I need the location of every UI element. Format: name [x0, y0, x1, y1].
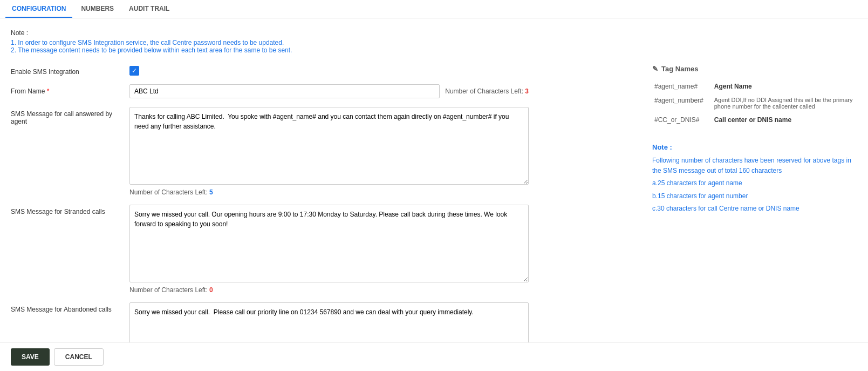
- note-item-2: 2. The message content needs to be provi…: [11, 46, 857, 54]
- from-name-control: Number of Characters Left: 3: [129, 84, 529, 98]
- tag-name-agent-number: #agent_number#: [652, 93, 712, 113]
- save-button[interactable]: SAVE: [11, 348, 50, 366]
- tab-configuration[interactable]: CONFIGURATION: [5, 1, 72, 18]
- tag-desc-agent-number: Agent DDI,If no DDI Assigned this will b…: [712, 93, 857, 113]
- tag-name-agent-name: #agent_name#: [652, 79, 712, 93]
- form-section: Enable SMS Integration ✓ From Name *: [11, 65, 641, 371]
- enable-sms-checkbox[interactable]: ✓: [129, 66, 139, 76]
- sms-stranded-count-num: 0: [209, 286, 213, 294]
- main-content: Note : 1. In order to configure SMS Inte…: [0, 18, 868, 371]
- sms-agent-row: SMS Message for call answered by agent T…: [11, 107, 641, 196]
- sms-stranded-control: Sorry we missed your call. Our opening h…: [129, 205, 529, 294]
- sms-agent-count-num: 5: [209, 188, 213, 196]
- sms-agent-textarea[interactable]: Thanks for calling ABC Limited. You spok…: [129, 107, 529, 185]
- sms-stranded-row: SMS Message for Stranded calls Sorry we …: [11, 205, 641, 294]
- note-panel-line-4: c.30 characters for call Centre name or …: [652, 204, 857, 214]
- note-label: Note :: [11, 29, 857, 37]
- note-panel-line-3: b.15 characters for agent number: [652, 191, 857, 201]
- note-item-1: 1. In order to configure SMS Integration…: [11, 39, 857, 46]
- content-layout: Enable SMS Integration ✓ From Name *: [11, 65, 857, 371]
- sms-agent-char-count: Number of Characters Left: 5: [129, 188, 529, 196]
- sms-stranded-char-count: Number of Characters Left: 0: [129, 286, 529, 294]
- note-panel-text: Following number of characters have been…: [652, 156, 857, 214]
- tag-table: #agent_name# Agent Name #agent_number# A…: [652, 79, 857, 127]
- tab-navigation: CONFIGURATION NUMBERS AUDIT TRAIL: [0, 0, 868, 18]
- checkbox-container: ✓: [129, 66, 529, 76]
- note-panel-line-0: Following number of characters have been…: [652, 156, 857, 176]
- tag-name-cc-dnis: #CC_or_DNIS#: [652, 113, 712, 127]
- tag-row-cc-dnis: #CC_or_DNIS# Call center or DNIS name: [652, 113, 857, 127]
- sms-agent-label: SMS Message for call answered by agent: [11, 107, 129, 125]
- cancel-button[interactable]: CANCEL: [54, 348, 104, 366]
- enable-sms-label: Enable SMS Integration: [11, 65, 129, 76]
- tab-audit-trail[interactable]: AUDIT TRAIL: [122, 1, 176, 18]
- sms-stranded-textarea[interactable]: Sorry we missed your call. Our opening h…: [129, 205, 529, 282]
- note-panel-title: Note :: [652, 143, 857, 151]
- bottom-bar: SAVE CANCEL: [0, 342, 868, 371]
- enable-sms-row: Enable SMS Integration ✓: [11, 65, 641, 76]
- edit-icon: ✎: [652, 65, 658, 73]
- tab-numbers[interactable]: NUMBERS: [74, 1, 120, 18]
- note-panel-line-2: a.25 characters for agent name: [652, 178, 857, 188]
- from-name-input-row: Number of Characters Left: 3: [129, 84, 529, 98]
- from-name-label: From Name *: [11, 84, 129, 95]
- tag-names-header: ✎ Tag Names: [652, 65, 857, 73]
- sms-abandoned-label: SMS Message for Abandoned calls: [11, 302, 129, 313]
- tag-row-agent-name: #agent_name# Agent Name: [652, 79, 857, 93]
- note-panel: Note : Following number of characters ha…: [652, 143, 857, 214]
- tag-desc-agent-name: Agent Name: [712, 79, 857, 93]
- right-panel: ✎ Tag Names #agent_name# Agent Name #age…: [652, 65, 857, 216]
- from-name-input[interactable]: [129, 84, 440, 98]
- enable-sms-control: ✓: [129, 65, 529, 76]
- tag-row-agent-number: #agent_number# Agent DDI,If no DDI Assig…: [652, 93, 857, 113]
- from-name-row: From Name * Number of Characters Left: 3: [11, 84, 641, 98]
- tag-desc-cc-dnis: Call center or DNIS name: [712, 113, 857, 127]
- from-name-count-num: 3: [525, 87, 529, 95]
- from-name-char-count: Number of Characters Left: 3: [445, 87, 529, 95]
- required-marker: *: [45, 87, 49, 95]
- note-section: Note : 1. In order to configure SMS Inte…: [11, 29, 857, 54]
- checkmark-icon: ✓: [132, 68, 137, 74]
- tag-names-title: Tag Names: [661, 65, 698, 73]
- sms-agent-control: Thanks for calling ABC Limited. You spok…: [129, 107, 529, 196]
- sms-stranded-label: SMS Message for Stranded calls: [11, 205, 129, 215]
